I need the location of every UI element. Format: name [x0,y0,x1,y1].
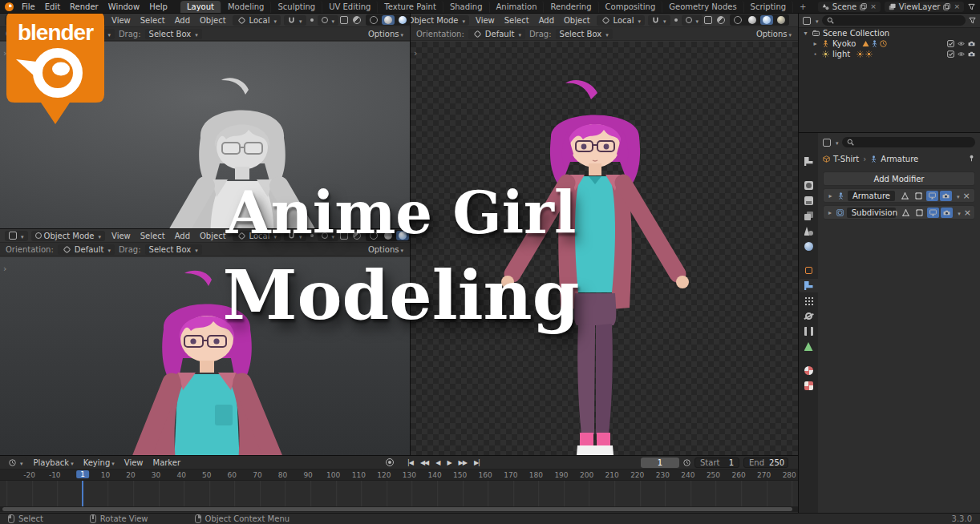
timeline-menu-keying[interactable]: Keying [79,458,119,467]
topbar-menu[interactable]: Window [103,2,144,11]
transport-button[interactable]: ▶ [444,459,453,466]
outliner-row-scene-collection[interactable]: Scene Collection [799,28,980,38]
frame-start-field[interactable]: Start1 [695,457,739,468]
outliner-row-kyoko[interactable]: Kyoko [799,38,980,49]
snap-toggle[interactable] [648,15,670,26]
selectable-checkbox-icon[interactable] [947,40,954,47]
outliner-row-light[interactable]: light [799,49,980,59]
timeline-scrollbar[interactable] [0,506,798,512]
options-dropdown[interactable]: Options [756,30,795,38]
viewport-canvas-material[interactable] [0,257,410,455]
transform-orientation-select[interactable]: Local [233,231,281,241]
unlink-scene-icon[interactable]: × [870,2,877,10]
viewport-menu[interactable]: Select [136,232,170,240]
workspace-tab-geometry-nodes[interactable]: Geometry Nodes [662,1,743,13]
viewport-menu[interactable]: Select [500,16,534,25]
properties-tab-object[interactable] [799,264,818,277]
properties-tab-render[interactable] [799,179,818,192]
playhead-line[interactable] [82,481,83,506]
timeline-menu-view[interactable]: View [119,458,148,467]
transport-button[interactable]: |◀ [405,459,415,466]
pin-icon[interactable] [968,155,975,163]
edit-mode-toggle[interactable] [913,191,925,201]
timeline-ruler[interactable]: 1 -20-1010203040506070809010011012013014… [0,470,798,481]
shading-wireframe-button[interactable] [367,231,380,240]
blender-app-menu-icon[interactable] [5,2,14,11]
snap-toggle[interactable] [284,15,306,26]
disable-render-camera-icon[interactable] [968,40,975,47]
selectable-checkbox-icon[interactable] [947,50,954,58]
shading-wireframe-button[interactable] [731,15,744,25]
workspace-tab-scripting[interactable]: Scripting [744,1,793,13]
playhead[interactable]: 1 [76,470,89,478]
pivot-icon[interactable] [310,18,314,22]
workspace-tab-compositing[interactable]: Compositing [599,1,663,13]
orientation-select[interactable]: Default [468,29,525,39]
viewport-menu[interactable]: Select [136,16,170,25]
viewport-menu[interactable]: View [107,232,136,240]
new-viewlayer-icon[interactable] [943,3,950,10]
mode-select[interactable]: Object Mode [411,15,469,26]
modifier-extras-dropdown[interactable] [955,191,960,200]
modifier-panel-armature[interactable]: Armature [823,188,975,203]
workspace-tab-layout[interactable]: Layout [180,1,221,13]
timeline-menu-marker[interactable]: Marker [148,458,186,467]
expand-modifier-icon[interactable] [827,192,834,200]
scene-selector[interactable]: Scene × [818,2,881,12]
topbar-menu[interactable]: Render [65,2,103,11]
breadcrumb-object[interactable]: T-Shirt [833,155,859,163]
properties-tab-physics[interactable] [799,309,818,323]
properties-tab-texture[interactable] [799,379,818,393]
edit-mode-toggle[interactable] [913,208,925,218]
show-overlays-icon[interactable] [353,16,361,24]
disable-render-camera-icon[interactable] [968,50,975,58]
outliner-search-input[interactable] [822,15,966,26]
drag-select[interactable]: Select Box [556,29,613,39]
modifier-name-field[interactable]: Subdivision [847,208,897,218]
outliner-editor-type-icon[interactable] [803,17,811,25]
on-cage-toggle[interactable] [900,208,912,218]
properties-tab-output[interactable] [799,194,818,208]
properties-search-input[interactable] [842,137,975,147]
show-gizmo-icon[interactable] [340,232,348,240]
viewport-menu[interactable]: Object [195,232,231,240]
topbar-menu[interactable]: Edit [40,2,65,11]
drag-select[interactable]: Select Box [145,244,202,255]
properties-tab-view-layer[interactable] [799,209,818,223]
timeline-canvas[interactable] [0,481,798,506]
viewport-menu[interactable]: View [471,16,500,25]
shading-wireframe-button[interactable] [367,15,380,25]
shading-material-button[interactable] [396,231,409,240]
viewport-menu[interactable]: Add [170,232,195,240]
viewport-menu[interactable]: Object [559,16,595,25]
workspace-tab-shading[interactable]: Shading [443,1,490,13]
delete-modifier-button[interactable] [962,191,970,201]
shading-solid-button[interactable] [382,15,395,25]
filter-icon[interactable] [968,3,975,10]
show-gizmo-icon[interactable] [340,16,348,24]
realtime-toggle[interactable] [927,208,939,218]
properties-tab-tool[interactable] [799,155,818,168]
transport-button[interactable]: ◀ [433,459,442,466]
toolbar-expand-arrow[interactable] [3,264,6,274]
transport-button[interactable]: ▶▶ [456,459,469,466]
timeline-editor-type-select[interactable] [5,457,27,468]
expand-modifier-icon[interactable] [827,209,833,216]
render-toggle[interactable] [940,191,952,201]
on-cage-toggle[interactable] [899,191,911,201]
scrollbar-thumb[interactable] [2,507,792,511]
transform-orientation-select[interactable]: Local [233,15,281,26]
workspace-tab-texture-paint[interactable]: Texture Paint [378,1,443,13]
expander-icon[interactable] [802,30,809,37]
properties-tab-object-data[interactable] [799,340,818,353]
add-modifier-button[interactable]: Add Modifier [823,171,975,186]
mode-select[interactable]: Object Mode [31,231,106,241]
pivot-icon[interactable] [674,18,678,22]
frame-end-field[interactable]: End250 [743,457,788,468]
workspace-tab-sculpting[interactable]: Sculpting [271,1,322,13]
transport-button[interactable]: ◀◀ [418,459,431,466]
add-workspace-button[interactable]: + [793,1,812,13]
preview-range-clock-icon[interactable] [683,459,690,466]
modifier-extras-dropdown[interactable] [956,208,961,217]
hide-viewport-eye-icon[interactable] [958,50,965,58]
